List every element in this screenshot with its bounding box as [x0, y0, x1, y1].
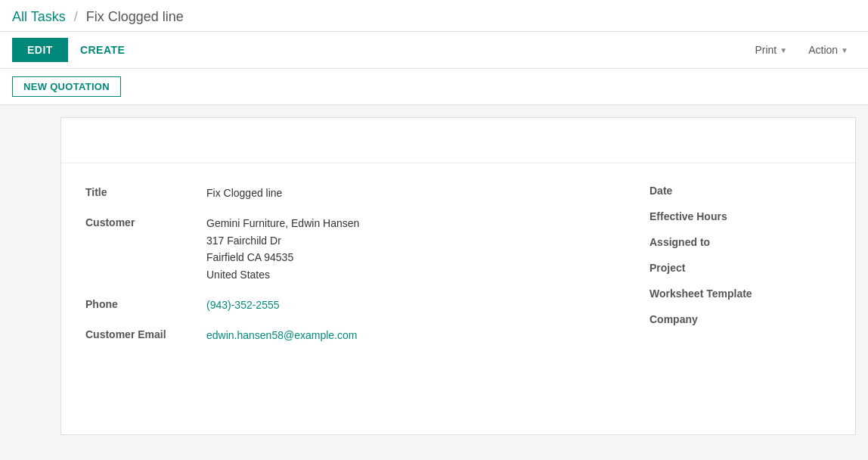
- label-customer-email: Customer Email: [85, 327, 206, 340]
- label-worksheet-template: Worksheet Template: [649, 288, 831, 300]
- print-button[interactable]: Print ▼: [747, 39, 795, 61]
- form-body: Title Fix Clogged line Customer Gemini F…: [61, 163, 855, 379]
- label-project: Project: [649, 262, 831, 274]
- right-field-row-project: Project: [649, 262, 831, 274]
- label-effective-hours: Effective Hours: [649, 210, 831, 222]
- value-phone[interactable]: (943)-352-2555: [206, 297, 280, 313]
- customer-address-country: United States: [206, 269, 270, 281]
- breadcrumb: All Tasks / Fix Clogged line: [12, 9, 184, 24]
- customer-address-line2: Fairfield CA 94535: [206, 251, 293, 263]
- create-button[interactable]: CREATE: [80, 38, 126, 62]
- action-label: Action: [808, 44, 838, 56]
- right-field-row-date: Date: [649, 185, 831, 197]
- form-right: Date Effective Hours Assigned to Project…: [634, 185, 831, 358]
- value-customer: Gemini Furniture, Edwin Hansen 317 Fairc…: [206, 215, 359, 283]
- value-title: Fix Clogged line: [206, 185, 282, 201]
- right-field-row-assigned-to: Assigned to: [649, 236, 831, 248]
- customer-name-link[interactable]: Gemini Furniture, Edwin Hansen: [206, 217, 359, 229]
- new-quotation-button[interactable]: NEW QUOTATION: [12, 76, 121, 97]
- toolbar: EDIT CREATE Print ▼ Action ▼: [0, 32, 868, 69]
- edit-button[interactable]: EDIT: [12, 38, 68, 62]
- label-company: Company: [649, 313, 831, 325]
- label-date: Date: [649, 185, 831, 197]
- label-customer: Customer: [85, 215, 206, 228]
- breadcrumb-bar: All Tasks / Fix Clogged line: [0, 0, 868, 32]
- value-customer-email[interactable]: edwin.hansen58@example.com: [206, 327, 357, 343]
- field-row-email: Customer Email edwin.hansen58@example.co…: [85, 327, 604, 343]
- label-title: Title: [85, 185, 206, 198]
- breadcrumb-separator: /: [74, 9, 78, 24]
- label-phone: Phone: [85, 297, 206, 310]
- action-button[interactable]: Action ▼: [801, 39, 856, 61]
- field-row-customer: Customer Gemini Furniture, Edwin Hansen …: [85, 215, 604, 283]
- print-dropdown-arrow: ▼: [780, 46, 787, 54]
- form-header-band: [61, 118, 855, 163]
- right-field-row-worksheet-template: Worksheet Template: [649, 288, 831, 300]
- form-container: Title Fix Clogged line Customer Gemini F…: [60, 117, 856, 435]
- print-label: Print: [755, 44, 777, 56]
- breadcrumb-current: Fix Clogged line: [86, 9, 184, 24]
- breadcrumb-all-tasks[interactable]: All Tasks: [12, 9, 66, 24]
- smart-buttons-row: NEW QUOTATION: [0, 69, 868, 105]
- toolbar-right: Print ▼ Action ▼: [747, 39, 856, 61]
- customer-address-line1: 317 Fairchild Dr: [206, 235, 281, 247]
- form-left: Title Fix Clogged line Customer Gemini F…: [85, 185, 604, 358]
- right-field-row-effective-hours: Effective Hours: [649, 210, 831, 222]
- action-dropdown-arrow: ▼: [841, 46, 848, 54]
- field-row-phone: Phone (943)-352-2555: [85, 297, 604, 313]
- field-row-title: Title Fix Clogged line: [85, 185, 604, 201]
- label-assigned-to: Assigned to: [649, 236, 831, 248]
- right-field-row-company: Company: [649, 313, 831, 325]
